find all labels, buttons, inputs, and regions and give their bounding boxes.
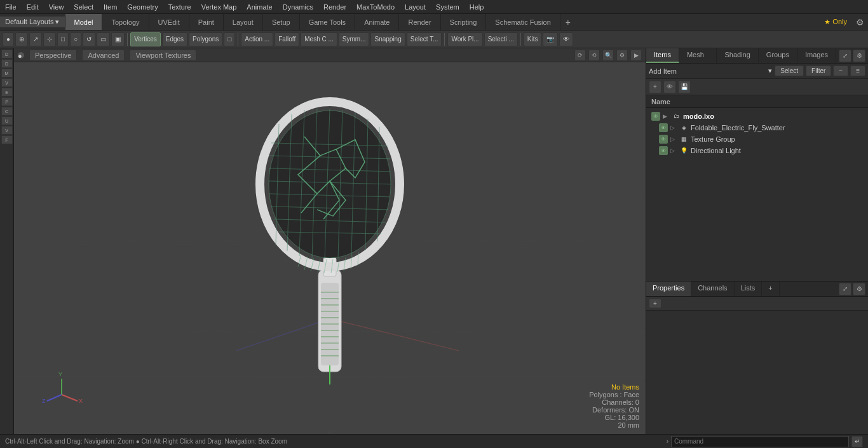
props-expand-btn[interactable]: ⤢ (839, 283, 851, 295)
vp-icon-play[interactable]: ▶ (630, 50, 642, 61)
props-tab-channels[interactable]: Channels (691, 282, 734, 296)
menu-texture[interactable]: Texture (163, 2, 196, 12)
panel-tab-shading[interactable]: Shading (717, 48, 758, 63)
layout-add-button[interactable]: + (560, 16, 576, 29)
menu-render[interactable]: Render (318, 2, 351, 12)
panel-settings-btn[interactable]: ⚙ (853, 50, 865, 62)
sidebar-icon-5[interactable]: E (1, 88, 13, 97)
props-settings-btn[interactable]: ⚙ (853, 283, 865, 295)
panel-expand-btn[interactable]: ⤢ (839, 50, 851, 62)
viewport-tab-textures[interactable]: Viewport Textures (130, 50, 196, 61)
camera-button[interactable]: 📷 (543, 32, 558, 46)
tool-cross[interactable]: ⊹ (43, 32, 56, 46)
vp-icon-zoom[interactable]: 🔍 (602, 50, 614, 61)
default-layout-dropdown[interactable]: Default Layouts ▾ (0, 17, 65, 27)
tool-arrow[interactable]: ↗ (29, 32, 42, 46)
menu-help[interactable]: Help (465, 2, 489, 12)
tab-schematic-fusion[interactable]: Schematic Fusion (486, 14, 560, 30)
sidebar-icon-7[interactable]: C (1, 107, 13, 116)
sidebar-icon-10[interactable]: F (1, 135, 13, 144)
layout-star-only[interactable]: ★ Only (819, 17, 852, 27)
falloff-button[interactable]: Falloff (275, 32, 299, 46)
viewport-canvas[interactable]: .gl{stroke:#555;stroke-width:0.5;opacity… (14, 62, 646, 434)
item-expand-root[interactable]: ▶ (663, 113, 669, 119)
add-item-btn[interactable]: + (649, 81, 661, 93)
tool-circle[interactable]: ○ (70, 32, 81, 46)
menu-layout[interactable]: Layout (400, 2, 431, 12)
sidebar-icon-1[interactable]: D (1, 50, 13, 58)
viewport-tab-perspective[interactable]: Perspective (29, 50, 77, 61)
item-expand-texture[interactable]: ▷ (670, 136, 677, 142)
kits-button[interactable]: Kits (524, 32, 542, 46)
menu-vertex-map[interactable]: Vertex Map (196, 2, 242, 12)
selecti-button[interactable]: Selecti ... (484, 32, 518, 46)
snapping-button[interactable]: Snapping (370, 32, 405, 46)
menu-view[interactable]: View (44, 2, 69, 12)
layout-settings-icon[interactable]: ⚙ (852, 16, 868, 29)
list-item-texture[interactable]: 👁 ▷ ▦ Texture Group (656, 133, 865, 145)
props-tab-properties[interactable]: Properties (646, 282, 691, 296)
command-submit-btn[interactable]: ↵ (851, 436, 863, 447)
panel-tab-items[interactable]: Items (646, 48, 679, 63)
props-tab-lists[interactable]: Lists (735, 282, 763, 296)
mesh-button[interactable]: Mesh C ... (301, 32, 337, 46)
tab-uvedit[interactable]: UVEdit (149, 14, 189, 30)
sidebar-icon-9[interactable]: V (1, 126, 13, 135)
minus-button[interactable]: − (833, 65, 848, 76)
viewport-tab-advanced[interactable]: Advanced (82, 50, 125, 61)
tab-game-tools[interactable]: Game Tools (300, 14, 356, 30)
menu-edit[interactable]: Edit (22, 2, 44, 12)
workplane-button[interactable]: Work Pl... (447, 32, 482, 46)
menu-animate[interactable]: Animate (241, 2, 277, 12)
sidebar-icon-2[interactable]: D (1, 59, 13, 68)
tool-rect1[interactable]: ▭ (97, 32, 110, 46)
tool-dot[interactable]: ● (3, 32, 14, 46)
tab-topology[interactable]: Topology (102, 14, 149, 30)
sidebar-icon-4[interactable]: V (1, 78, 13, 87)
tab-model[interactable]: Model (65, 14, 103, 30)
polygons-button[interactable]: Polygons (189, 32, 222, 46)
vp-icon-reset[interactable]: ⟳ (574, 50, 586, 61)
menu-geometry[interactable]: Geometry (122, 2, 163, 12)
select-tool-button[interactable]: Select T... (407, 32, 442, 46)
item-expand-mesh[interactable]: ▷ (670, 125, 677, 131)
tool-square[interactable]: □ (57, 32, 69, 46)
props-tab-add[interactable]: + (762, 282, 779, 296)
menu-item[interactable]: Item (98, 2, 122, 12)
item-visibility-root[interactable]: 👁 (651, 112, 660, 121)
filter-button[interactable]: Filter (806, 65, 831, 76)
sidebar-icon-6[interactable]: P (1, 97, 13, 106)
list-item-light[interactable]: 👁 ▷ 💡 Directional Light (656, 145, 865, 156)
edges-button[interactable]: Edges (162, 32, 187, 46)
item-visibility-mesh[interactable]: 👁 (659, 123, 668, 132)
tool-globe[interactable]: ⊕ (15, 32, 28, 46)
props-add-button[interactable]: + (649, 299, 661, 308)
tool-rect2[interactable]: ▣ (111, 32, 125, 46)
symm-button[interactable]: Symm... (339, 32, 370, 46)
tab-paint[interactable]: Paint (189, 14, 224, 30)
sidebar-icon-8[interactable]: U (1, 116, 13, 125)
panel-tab-images[interactable]: Images (797, 48, 836, 63)
panel-tab-mesh[interactable]: Mesh ... (679, 48, 717, 63)
command-input[interactable] (671, 436, 849, 447)
list-item-mesh[interactable]: 👁 ▷ ◈ Foldable_Electric_Fly_Swatter (656, 122, 865, 133)
mode-button[interactable]: □ (224, 32, 235, 46)
tab-scripting[interactable]: Scripting (441, 14, 487, 30)
select-button[interactable]: Select (775, 65, 804, 76)
menu-file[interactable]: File (0, 2, 22, 12)
menu-select[interactable]: Select (69, 2, 98, 12)
vp-icon-settings[interactable]: ⚙ (616, 50, 628, 61)
viewport-dot[interactable]: ● (18, 52, 24, 58)
item-visibility-texture[interactable]: 👁 (659, 135, 668, 144)
tab-render[interactable]: Render (399, 14, 440, 30)
item-expand-light[interactable]: ▷ (670, 147, 677, 154)
menu-system[interactable]: System (431, 2, 465, 12)
panel-config-btn[interactable]: ≡ (850, 65, 865, 76)
item-visibility-light[interactable]: 👁 (659, 146, 668, 155)
eye-icon[interactable]: 👁 (663, 81, 676, 93)
menu-dynamics[interactable]: Dynamics (278, 2, 318, 12)
tab-animate[interactable]: Animate (355, 14, 399, 30)
tab-setup[interactable]: Setup (263, 14, 300, 30)
action-button[interactable]: Action ... (241, 32, 273, 46)
sidebar-icon-3[interactable]: M (1, 69, 13, 78)
